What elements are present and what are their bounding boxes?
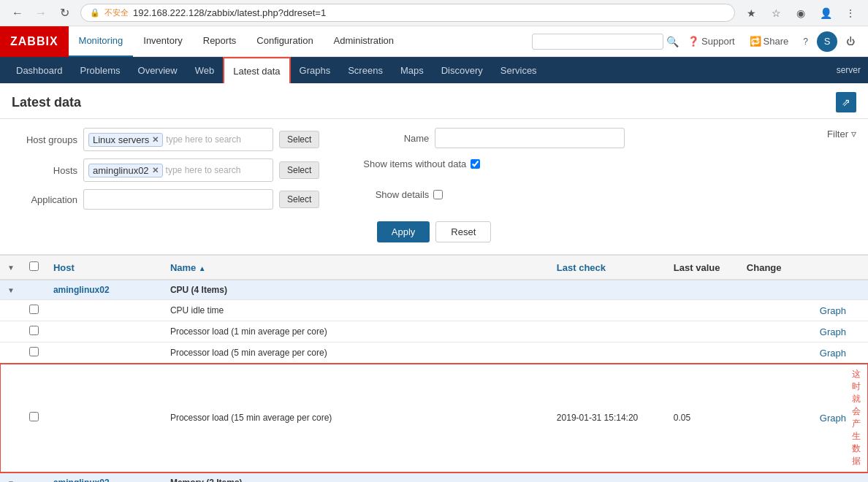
subnav-overview[interactable]: Overview xyxy=(129,57,186,83)
th-lastvalue: Last value xyxy=(666,256,739,280)
subnav-services[interactable]: Services xyxy=(492,57,546,83)
show-details-checkbox[interactable] xyxy=(433,190,443,199)
checkbox-cell[interactable] xyxy=(22,321,46,343)
hosts-label: Hosts xyxy=(12,165,77,176)
zabbix-logo[interactable]: ZABBIX xyxy=(0,26,69,57)
graph-cell[interactable]: Graph xyxy=(812,321,868,343)
page-title: Latest data xyxy=(12,95,81,110)
nav-configuration[interactable]: Configuration xyxy=(246,26,323,57)
subnav-discovery[interactable]: Discovery xyxy=(433,57,492,83)
hosts-tag-close[interactable]: ✕ xyxy=(152,166,159,175)
support-button[interactable]: ❓ Support xyxy=(682,33,741,50)
hosts-input[interactable]: aminglinux02 ✕ type here to search xyxy=(83,158,273,182)
secure-label: 不安全 xyxy=(104,7,129,18)
checkbox-cell xyxy=(22,473,46,482)
fullscreen-icon[interactable]: ⇗ xyxy=(836,92,856,112)
nav-administration[interactable]: Administration xyxy=(324,26,404,57)
red-note: 这时就会产生数据 xyxy=(852,368,861,467)
filter-header[interactable]: Filter ▿ xyxy=(827,128,856,139)
nav-inventory[interactable]: Inventory xyxy=(133,26,192,57)
top-nav: ZABBIX Monitoring Inventory Reports Conf… xyxy=(0,26,868,57)
back-button[interactable]: ← xyxy=(7,3,28,23)
table-row: ▼ aminglinux02 Memory (2 Items) xyxy=(0,473,868,482)
change-cell xyxy=(739,364,812,473)
host-cell xyxy=(46,321,163,343)
nav-reports[interactable]: Reports xyxy=(193,26,247,57)
expand-all-icon[interactable]: ▼ xyxy=(7,264,15,272)
search-input[interactable] xyxy=(532,34,663,50)
change-cell xyxy=(739,300,812,321)
host-cell: aminglinux02 xyxy=(46,473,163,482)
extensions-button[interactable]: ★ xyxy=(741,3,761,23)
graph-cell[interactable]: Graph 这时就会产生数据 xyxy=(812,364,868,473)
row-checkbox[interactable] xyxy=(29,305,39,314)
expand-cell xyxy=(0,300,22,321)
change-cell xyxy=(739,343,812,364)
th-name[interactable]: Name ▲ xyxy=(163,256,549,280)
subnav-latestdata[interactable]: Latest data xyxy=(223,57,290,83)
show-details-label: Show details xyxy=(363,189,429,200)
hosts-group: Hosts aminglinux02 ✕ type here to search… xyxy=(12,158,319,182)
graph-cell[interactable]: Graph xyxy=(812,343,868,364)
subnav-maps[interactable]: Maps xyxy=(392,57,433,83)
share-button[interactable]: 🔁 Share xyxy=(744,33,795,50)
sub-nav-items: Dashboard Problems Overview Web Latest d… xyxy=(7,57,546,83)
graph-link[interactable]: Graph xyxy=(820,305,846,316)
graph-link[interactable]: Graph xyxy=(820,326,846,337)
subnav-dashboard[interactable]: Dashboard xyxy=(7,57,72,83)
menu-button[interactable]: ⋮ xyxy=(840,3,861,23)
name-cell: Memory (2 Items) xyxy=(163,473,549,482)
address-bar[interactable]: 🔒 不安全 192.168.222.128/zabbix/latest.php?… xyxy=(80,4,735,22)
account-button[interactable]: 👤 xyxy=(815,3,836,23)
forward-button[interactable]: → xyxy=(31,3,51,23)
application-input[interactable] xyxy=(83,189,273,210)
host-cell xyxy=(46,300,163,321)
hosts-select-button[interactable]: Select xyxy=(279,161,319,179)
row-checkbox[interactable] xyxy=(29,412,39,421)
checkbox-cell[interactable] xyxy=(22,300,46,321)
shield-button[interactable]: ◉ xyxy=(791,3,811,23)
subnav-web[interactable]: Web xyxy=(186,57,224,83)
hostgroups-select-button[interactable]: Select xyxy=(279,131,319,148)
reload-button[interactable]: ↻ xyxy=(54,3,75,23)
name-cell: Processor load (5 min average per core) xyxy=(163,343,549,364)
checkbox-cell[interactable] xyxy=(22,364,46,473)
row-checkbox[interactable] xyxy=(29,347,39,356)
graph-cell[interactable]: Graph xyxy=(812,300,868,321)
row-checkbox[interactable] xyxy=(29,326,39,335)
sub-nav: Dashboard Problems Overview Web Latest d… xyxy=(0,57,868,83)
table-body: ▼ aminglinux02 CPU (4 Items) CPU idle ti… xyxy=(0,280,868,482)
nav-monitoring[interactable]: Monitoring xyxy=(69,26,134,57)
subnav-problems[interactable]: Problems xyxy=(72,57,129,83)
user-avatar[interactable]: S xyxy=(817,31,837,52)
lastvalue-cell xyxy=(666,280,739,300)
reset-button[interactable]: Reset xyxy=(435,221,491,242)
th-checkbox xyxy=(22,256,46,280)
logout-button[interactable]: ⏻ xyxy=(840,34,861,50)
table-row: Processor load (1 min average per core) … xyxy=(0,321,868,343)
hostgroups-input[interactable]: Linux servers ✕ type here to search xyxy=(83,128,273,151)
apply-button[interactable]: Apply xyxy=(377,221,430,242)
lastcheck-cell: 2019-01-31 15:14:20 xyxy=(549,364,666,473)
show-items-checkbox[interactable] xyxy=(471,159,480,169)
hostgroups-tag-close[interactable]: ✕ xyxy=(152,135,159,145)
application-select-button[interactable]: Select xyxy=(279,191,319,208)
subnav-screens[interactable]: Screens xyxy=(339,57,392,83)
expand-cell[interactable]: ▼ xyxy=(0,280,22,300)
th-lastcheck[interactable]: Last check xyxy=(549,256,666,280)
expand-cell[interactable]: ▼ xyxy=(0,473,22,482)
name-input[interactable] xyxy=(435,128,625,148)
top-nav-items: Monitoring Inventory Reports Configurati… xyxy=(69,26,533,57)
search-icon[interactable]: 🔍 xyxy=(666,36,679,47)
select-all-checkbox[interactable] xyxy=(29,261,39,271)
graph-link[interactable]: Graph xyxy=(820,413,846,424)
bookmark-button[interactable]: ☆ xyxy=(766,3,786,23)
th-host[interactable]: Host xyxy=(46,256,163,280)
hostgroups-group: Host groups Linux servers ✕ type here to… xyxy=(12,128,319,151)
graph-link[interactable]: Graph xyxy=(820,348,846,359)
filter-icon: ▿ xyxy=(851,128,856,139)
subnav-graphs[interactable]: Graphs xyxy=(291,57,340,83)
checkbox-cell[interactable] xyxy=(22,343,46,364)
name-group: Name xyxy=(363,128,625,148)
help-button[interactable]: ? xyxy=(797,34,814,50)
